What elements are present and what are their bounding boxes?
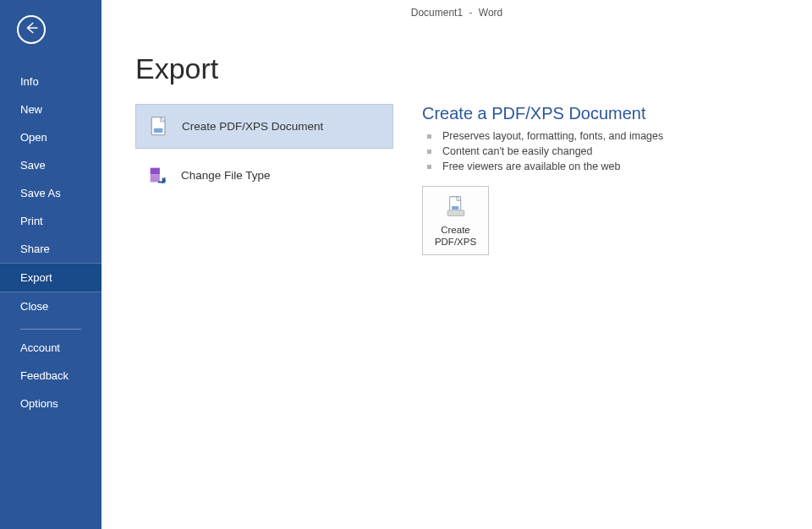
- sidebar-item-label: Options: [20, 397, 58, 410]
- details-bullets: Preserves layout, formatting, fonts, and…: [422, 128, 727, 174]
- sidebar-item-label: Feedback: [20, 369, 69, 382]
- title-separator: -: [469, 7, 472, 19]
- sidebar-item-share[interactable]: Share: [0, 235, 102, 263]
- bullet-item: Preserves layout, formatting, fonts, and…: [422, 128, 727, 144]
- svg-rect-1: [154, 128, 163, 132]
- sidebar-item-open[interactable]: Open: [0, 123, 102, 151]
- sidebar-item-feedback[interactable]: Feedback: [0, 362, 102, 390]
- sidebar-item-label: Print: [20, 215, 43, 227]
- back-button[interactable]: [17, 15, 46, 44]
- sidebar-item-label: Open: [20, 131, 47, 144]
- page-title: Export: [135, 52, 812, 85]
- title-bar: Document1 - Word: [102, 0, 812, 24]
- svg-rect-3: [452, 206, 458, 210]
- export-options-list: Create PDF/XPS Document Change File Type: [135, 104, 393, 255]
- sidebar-item-label: Info: [20, 75, 39, 88]
- option-change-file-type[interactable]: Change File Type: [135, 153, 393, 198]
- export-details: Create a PDF/XPS Document Preserves layo…: [422, 104, 727, 255]
- sidebar-item-label: New: [20, 103, 42, 116]
- sidebar-divider: [20, 329, 81, 330]
- sidebar-item-export[interactable]: Export: [0, 263, 102, 292]
- pdf-export-icon: [444, 194, 468, 219]
- sidebar-item-label: Export: [20, 271, 52, 284]
- sidebar-item-save-as[interactable]: Save As: [0, 179, 102, 207]
- sidebar-item-info[interactable]: Info: [0, 68, 102, 95]
- button-label-line2: PDF/XPS: [435, 236, 476, 248]
- bullet-item: Content can't be easily changed: [422, 144, 727, 159]
- sidebar-item-close[interactable]: Close: [0, 292, 102, 320]
- main-panel: Document1 - Word Export Create PDF/XPS D…: [102, 0, 812, 529]
- sidebar-item-print[interactable]: Print: [0, 207, 102, 235]
- sidebar-item-options[interactable]: Options: [0, 390, 102, 417]
- sidebar-item-new[interactable]: New: [0, 95, 102, 123]
- bullet-item: Free viewers are available on the web: [422, 159, 727, 174]
- app-name: Word: [479, 7, 502, 19]
- create-pdf-xps-button[interactable]: Create PDF/XPS: [422, 186, 489, 255]
- pdf-page-icon: [145, 112, 173, 141]
- button-label-line1: Create: [441, 224, 470, 236]
- svg-rect-4: [447, 210, 464, 216]
- sidebar-item-label: Share: [20, 243, 50, 255]
- option-label: Create PDF/XPS Document: [182, 120, 323, 133]
- sidebar-item-account[interactable]: Account: [0, 334, 102, 362]
- back-arrow-icon: [24, 20, 39, 39]
- option-create-pdf-xps[interactable]: Create PDF/XPS Document: [135, 104, 393, 149]
- backstage-sidebar: Info New Open Save Save As Print Share E…: [0, 0, 102, 529]
- sidebar-item-label: Close: [20, 300, 48, 313]
- sidebar-item-label: Save As: [20, 187, 61, 199]
- option-label: Change File Type: [181, 169, 271, 182]
- sidebar-item-label: Save: [20, 159, 46, 172]
- sidebar-item-save[interactable]: Save: [0, 151, 102, 179]
- details-heading: Create a PDF/XPS Document: [422, 104, 727, 123]
- change-filetype-icon: [144, 161, 173, 190]
- sidebar-item-label: Account: [20, 341, 60, 354]
- document-name: Document1: [411, 7, 463, 19]
